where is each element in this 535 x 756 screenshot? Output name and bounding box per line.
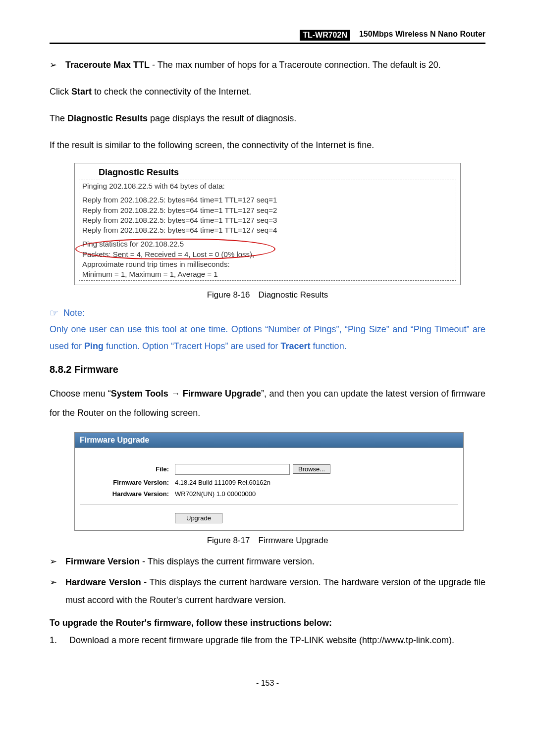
- instructions-heading: To upgrade the Router's firmware, follow…: [50, 618, 485, 628]
- diag-line: Reply from 202.108.22.5: bytes=64 time=1…: [82, 205, 453, 215]
- bullet-label: Firmware Version: [65, 556, 140, 566]
- paragraph: The Diagnostic Results page displays the…: [50, 109, 485, 127]
- bullet-label: Hardware Version: [65, 577, 141, 587]
- product-desc: 150Mbps Wireless N Nano Router: [359, 30, 485, 41]
- chevron-right-icon: ➢: [50, 553, 58, 570]
- page-number: - 153 -: [50, 679, 485, 688]
- firmware-upgrade-panel: Firmware Upgrade File: Browse... Firmwar…: [74, 432, 464, 531]
- diag-line: Reply from 202.108.22.5: bytes=64 time=1…: [82, 195, 453, 205]
- page-header: TL-WR702N 150Mbps Wireless N Nano Router: [50, 30, 485, 44]
- hand-point-icon: ☞: [50, 307, 58, 319]
- chevron-right-icon: ➢: [50, 56, 58, 74]
- separator: [80, 504, 458, 505]
- firmware-version-value: 4.18.24 Build 111009 Rel.60162n: [175, 479, 270, 486]
- paragraph: If the result is similar to the followin…: [50, 136, 485, 154]
- figure-caption: Figure 8-16 Diagnostic Results: [50, 290, 485, 300]
- diag-line: Packets: Sent = 4, Received = 4, Lost = …: [82, 250, 453, 259]
- chevron-right-icon: ➢: [50, 573, 58, 609]
- diag-line: Minimum = 1, Maximum = 1, Average = 1: [82, 269, 453, 279]
- model-box: TL-WR702N: [300, 30, 350, 41]
- bullet-hardware-version: ➢ Hardware Version - This displays the c…: [50, 573, 485, 609]
- diag-line: Pinging 202.108.22.5 with 64 bytes of da…: [82, 181, 453, 191]
- firmware-version-label: Firmware Version:: [80, 479, 175, 486]
- section-heading: 8.8.2 Firmware: [50, 364, 485, 375]
- file-label: File:: [80, 465, 175, 473]
- bullet-text: - The max number of hops for a Tracerout…: [150, 60, 441, 70]
- hardware-version-label: Hardware Version:: [80, 490, 175, 498]
- figure-caption: Figure 8-17 Firmware Upgrade: [50, 536, 485, 546]
- bullet-label: Traceroute Max TTL: [65, 60, 150, 70]
- note-label: Note:: [63, 308, 85, 318]
- file-input[interactable]: [175, 464, 290, 475]
- figure-diagnostic-results: Diagnostic Results Pinging 202.108.22.5 …: [74, 163, 461, 285]
- bullet-firmware-version: ➢ Firmware Version - This displays the c…: [50, 553, 485, 570]
- bullet-text: - This displays the current firmware ver…: [140, 556, 315, 566]
- note-text: Only one user can use this tool at one t…: [50, 321, 485, 354]
- step-number: 1.: [50, 631, 62, 649]
- browse-button[interactable]: Browse...: [293, 464, 330, 474]
- diag-line: Reply from 202.108.22.5: bytes=64 time=1…: [82, 225, 453, 235]
- paragraph: Click Start to check the connectivity of…: [50, 83, 485, 101]
- diag-title: Diagnostic Results: [79, 165, 456, 180]
- bullet-traceroute: ➢ Traceroute Max TTL - The max number of…: [50, 56, 485, 74]
- instruction-step-1: 1. Download a more recent firmware upgra…: [50, 631, 485, 649]
- panel-title: Firmware Upgrade: [75, 433, 463, 448]
- step-text: Download a more recent firmware upgrade …: [69, 631, 485, 649]
- diag-line: Ping statistics for 202.108.22.5: [82, 239, 453, 249]
- diag-output: Pinging 202.108.22.5 with 64 bytes of da…: [79, 180, 456, 281]
- upgrade-button[interactable]: Upgrade: [175, 513, 222, 523]
- paragraph: Choose menu “System Tools → Firmware Upg…: [50, 384, 485, 423]
- diag-line: Reply from 202.108.22.5: bytes=64 time=1…: [82, 215, 453, 225]
- hardware-version-value: WR702N(UN) 1.0 00000000: [175, 490, 256, 498]
- note-label-row: ☞ Note:: [50, 307, 485, 319]
- diag-line: Approximate round trip times in millisec…: [82, 259, 453, 269]
